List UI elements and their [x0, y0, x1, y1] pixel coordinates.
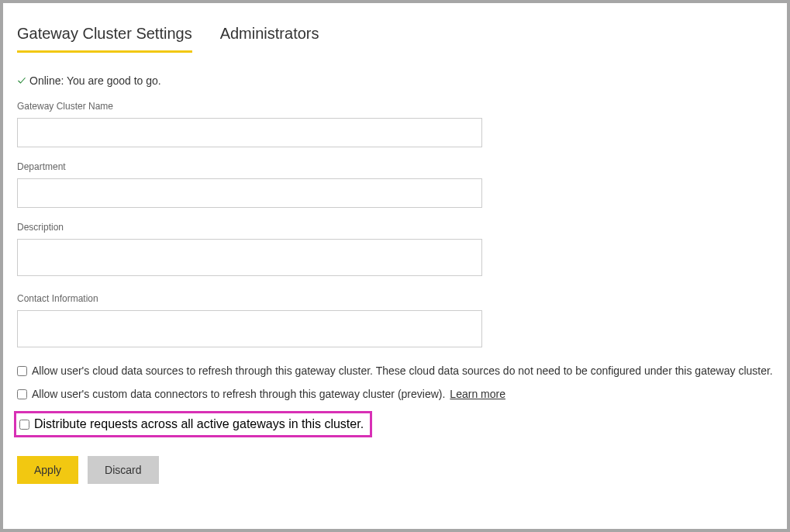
checkbox-allow-custom-row: Allow user's custom data connectors to r… — [17, 388, 773, 400]
tab-gateway-cluster-settings[interactable]: Gateway Cluster Settings — [17, 25, 192, 53]
highlight-distribute: Distribute requests across all active ga… — [14, 411, 372, 437]
checkbox-distribute-label: Distribute requests across all active ga… — [34, 417, 364, 431]
input-description[interactable] — [17, 239, 482, 276]
label-department: Department — [17, 161, 773, 172]
status-row: Online: You are good to go. — [17, 74, 773, 87]
field-department: Department — [17, 161, 773, 208]
checkbox-allow-cloud-label: Allow user's cloud data sources to refre… — [32, 364, 773, 377]
checkbox-distribute[interactable] — [19, 420, 29, 430]
apply-button[interactable]: Apply — [17, 456, 78, 484]
input-cluster-name[interactable] — [17, 118, 482, 147]
button-row: Apply Discard — [17, 456, 773, 484]
checkbox-allow-cloud[interactable] — [17, 366, 27, 376]
status-text: Online: You are good to go. — [29, 74, 161, 87]
discard-button[interactable]: Discard — [88, 456, 158, 484]
input-contact[interactable] — [17, 310, 482, 347]
field-description: Description — [17, 222, 773, 279]
check-icon — [17, 76, 26, 85]
field-contact: Contact Information — [17, 293, 773, 351]
tab-bar: Gateway Cluster Settings Administrators — [17, 25, 773, 53]
checkbox-allow-custom[interactable] — [17, 389, 27, 399]
checkbox-allow-cloud-row: Allow user's cloud data sources to refre… — [17, 364, 773, 377]
checkbox-allow-custom-label: Allow user's custom data connectors to r… — [32, 388, 445, 400]
learn-more-link[interactable]: Learn more — [450, 388, 505, 400]
tab-administrators[interactable]: Administrators — [220, 25, 319, 53]
label-contact: Contact Information — [17, 293, 773, 304]
field-cluster-name: Gateway Cluster Name — [17, 101, 773, 147]
label-cluster-name: Gateway Cluster Name — [17, 101, 773, 112]
input-department[interactable] — [17, 178, 482, 208]
label-description: Description — [17, 222, 773, 233]
settings-panel: Gateway Cluster Settings Administrators … — [3, 3, 787, 529]
